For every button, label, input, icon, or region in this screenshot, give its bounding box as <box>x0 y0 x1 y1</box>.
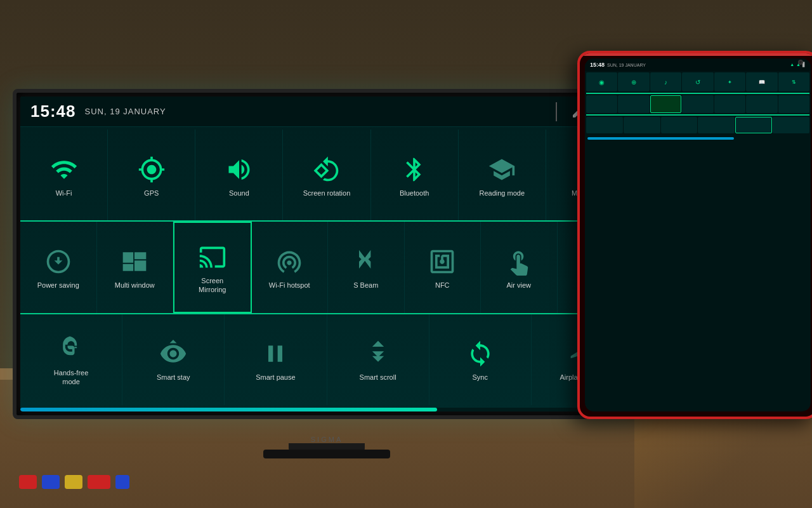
quick-tile-sync[interactable]: Sync <box>429 314 532 405</box>
shelf-items <box>19 475 129 489</box>
phone-tile2 <box>586 95 617 113</box>
quick-tile-screen-mirroring[interactable]: Screen Mirroring <box>173 222 252 312</box>
gps-icon-container <box>135 153 168 186</box>
quick-settings-grid: Wi-Fi GPS <box>20 127 633 408</box>
phone-wifi-indicator: ▲ <box>790 62 794 67</box>
sound-label: Sound <box>229 189 249 197</box>
toy-car-blue <box>42 475 60 489</box>
smart-scroll-icon-container <box>362 337 395 370</box>
quick-tile-gps[interactable]: GPS <box>108 130 195 220</box>
toy-car-small <box>115 475 129 489</box>
quick-tile-hands-free[interactable]: Hands-free mode <box>20 314 122 405</box>
phone-top-accent <box>580 53 812 56</box>
screen-mirroring-icon-container <box>196 241 229 274</box>
multi-window-icon <box>121 248 148 276</box>
phone-tile2 <box>682 95 713 113</box>
grid-row-2: Power saving Multi window <box>20 222 633 314</box>
reading-label: Reading mode <box>479 189 525 197</box>
phone-tile3 <box>661 117 698 133</box>
status-bar: 15:48 SUN, 19 JANUARY <box>20 97 633 127</box>
nfc-icon-container <box>426 245 459 278</box>
phone-tile: 📖 <box>746 72 777 91</box>
phone-device: 15:48 SUN, 19 JANUARY ▲ ▲ ▋ ◉ ⊕ ♪ ↺ ✦ 📖 … <box>577 51 812 419</box>
reading-icon <box>488 156 516 184</box>
progress-bar-container <box>20 408 633 411</box>
sync-icon <box>466 340 494 368</box>
wifi-hotspot-label: Wi-Fi hotspot <box>269 281 310 290</box>
screen-mirroring-label: Screen Mirroring <box>187 276 238 295</box>
quick-tile-reading[interactable]: Reading mode <box>459 130 546 220</box>
quick-tile-nfc[interactable]: NFC <box>405 222 481 312</box>
air-view-icon-container <box>502 245 535 278</box>
phone-tile2 <box>746 95 777 113</box>
smart-pause-icon <box>261 340 289 368</box>
phone-screen-area: 15:48 SUN, 19 JANUARY ▲ ▲ ▋ ◉ ⊕ ♪ ↺ ✦ 📖 … <box>585 58 811 411</box>
quick-tile-multi-window[interactable]: Multi window <box>97 222 174 312</box>
smart-stay-icon <box>159 340 187 368</box>
hands-free-icon <box>57 335 85 363</box>
phone-tile: ⇅ <box>778 72 809 91</box>
s-beam-icon <box>352 248 380 276</box>
wifi-label: Wi-Fi <box>56 189 72 197</box>
sound-icon <box>225 156 253 184</box>
date-display: SUN, 19 JANUARY <box>85 107 166 116</box>
smart-stay-label: Smart stay <box>157 373 190 382</box>
phone-tile: ♪ <box>650 72 681 91</box>
tv-foot <box>263 450 390 458</box>
phone-mirroring-tile <box>650 95 681 113</box>
smart-pause-label: Smart pause <box>256 373 295 382</box>
quick-tile-rotation[interactable]: Screen rotation <box>283 130 370 220</box>
phone-tile3 <box>624 117 660 133</box>
phone-grid-row3 <box>585 116 811 135</box>
phone-tile3 <box>773 117 809 133</box>
tv-screen: 15:48 SUN, 19 JANUARY <box>20 97 633 411</box>
toy-car-large <box>88 475 110 489</box>
multi-window-icon-container <box>118 245 151 278</box>
sound-icon-container <box>223 153 256 186</box>
phone-tile2 <box>714 95 745 113</box>
power-saving-label: Power saving <box>37 281 79 290</box>
sync-icon-container <box>464 337 497 370</box>
quick-tile-power-saving[interactable]: Power saving <box>20 222 97 312</box>
phone-camera <box>798 60 803 65</box>
wifi-icon-container <box>48 153 81 186</box>
phone-tile3 <box>586 117 623 133</box>
time-display: 15:48 <box>30 102 76 121</box>
quick-tile-s-beam[interactable]: S Beam <box>328 222 405 312</box>
phone-tile3 <box>698 117 735 133</box>
bluetooth-icon <box>400 156 428 184</box>
quick-tile-smart-stay[interactable]: Smart stay <box>122 314 225 405</box>
reading-icon-container <box>485 153 518 186</box>
phone-tile: ◉ <box>586 72 617 91</box>
grid-row-3: Hands-free mode Smart stay <box>20 314 633 405</box>
air-view-label: Air view <box>506 281 531 290</box>
quick-tile-wifi[interactable]: Wi-Fi <box>20 130 108 220</box>
quick-tile-air-view[interactable]: Air view <box>481 222 558 312</box>
wifi-icon <box>50 156 78 184</box>
quick-tile-sound[interactable]: Sound <box>195 130 283 220</box>
phone-tile2 <box>618 95 649 113</box>
phone-tile2 <box>778 95 809 113</box>
nfc-icon <box>428 248 456 276</box>
rotation-icon-container <box>310 153 343 186</box>
phone-time: 15:48 <box>590 62 605 68</box>
phone-body: 15:48 SUN, 19 JANUARY ▲ ▲ ▋ ◉ ⊕ ♪ ↺ ✦ 📖 … <box>577 51 812 419</box>
bluetooth-icon-container <box>398 153 431 186</box>
quick-tile-wifi-hotspot[interactable]: Wi-Fi hotspot <box>252 222 329 312</box>
s-beam-icon-container <box>350 245 383 278</box>
screen-mirroring-icon <box>199 243 226 271</box>
quick-tile-smart-scroll[interactable]: Smart scroll <box>327 314 429 405</box>
tv-brand: SIGMA <box>311 436 343 443</box>
power-saving-icon <box>44 248 72 276</box>
air-view-icon <box>505 248 533 276</box>
toy-car-yellow <box>65 475 82 489</box>
wifi-hotspot-icon-container <box>273 245 306 278</box>
quick-tile-bluetooth[interactable]: Bluetooth <box>371 130 459 220</box>
grid-row-1: Wi-Fi GPS <box>20 130 633 222</box>
hands-free-icon-container <box>55 333 88 366</box>
smart-pause-icon-container <box>259 337 292 370</box>
toy-car-red <box>19 475 37 489</box>
quick-tile-smart-pause[interactable]: Smart pause <box>225 314 327 405</box>
smart-stay-icon-container <box>157 337 190 370</box>
nfc-label: NFC <box>435 281 450 290</box>
